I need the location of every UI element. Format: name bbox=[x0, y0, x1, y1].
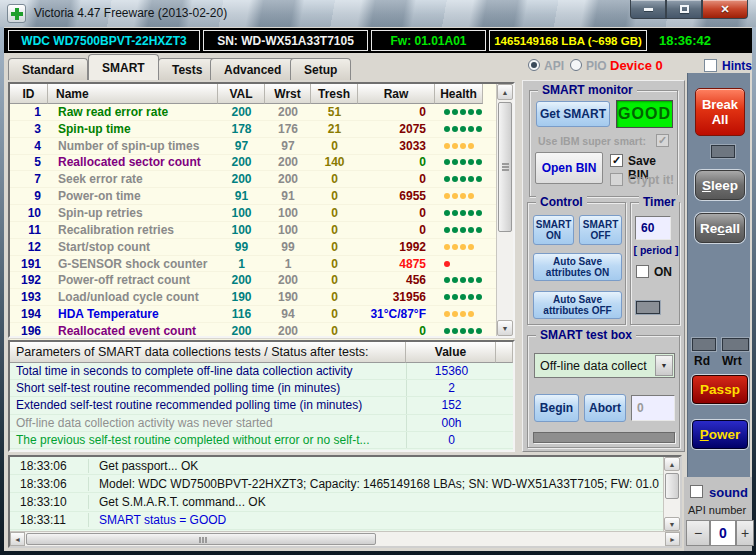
header-name[interactable]: Name bbox=[48, 84, 218, 104]
params-row[interactable]: Short self-test routine recommended poll… bbox=[10, 380, 513, 397]
log-entry[interactable]: 18:33:11SMART status = GOOD bbox=[10, 512, 680, 530]
health-dot-icon bbox=[444, 328, 450, 334]
header-raw[interactable]: Raw bbox=[358, 84, 435, 104]
autosave-off-button[interactable]: Auto Save attributes OFF bbox=[533, 291, 622, 319]
param-label: Extended self-test routine recommended p… bbox=[10, 397, 406, 413]
smart-test-box-title: SMART test box bbox=[536, 328, 636, 342]
power-rest: ower bbox=[709, 427, 741, 442]
log-scroll-down-icon[interactable]: ▼ bbox=[664, 517, 680, 531]
maximize-button[interactable] bbox=[666, 0, 702, 19]
smart-attribute-row[interactable]: 194HDA Temperature11694031°C/87°F bbox=[10, 306, 513, 323]
get-smart-button[interactable]: Get SMART bbox=[536, 101, 610, 127]
recall-button[interactable]: Recall bbox=[695, 213, 745, 243]
break-all-button[interactable]: Break All bbox=[695, 88, 745, 136]
log-hscroll-thumb[interactable] bbox=[26, 533, 376, 545]
header-wrst[interactable]: Wrst bbox=[265, 84, 311, 104]
close-button[interactable]: ✕ bbox=[702, 0, 748, 19]
minimize-icon bbox=[644, 8, 653, 11]
smart-attribute-row[interactable]: 9Power-on time919106955 bbox=[10, 188, 513, 205]
params-header-spacer bbox=[496, 342, 513, 363]
attr-health-dots bbox=[435, 138, 500, 154]
open-bin-button[interactable]: Open BIN bbox=[535, 152, 603, 184]
tab-advanced[interactable]: Advanced bbox=[210, 58, 295, 80]
api-number-increment-button[interactable]: + bbox=[736, 520, 754, 546]
client-area: WDC WD7500BPVT-22HXZT3 SN: WD-WX51A33T71… bbox=[4, 27, 752, 551]
title-bar[interactable]: Victoria 4.47 Freeware (2013-02-20) ✕ bbox=[0, 0, 756, 27]
attr-raw: 0 bbox=[358, 205, 435, 221]
smart-attribute-row[interactable]: 4Number of spin-up times979703033 bbox=[10, 138, 513, 155]
control-group: Control SMART ON SMART OFF Auto Save att… bbox=[527, 202, 626, 325]
log-entry[interactable]: 18:33:06Model: WDC WD7500BPVT-22HXZT3; C… bbox=[10, 475, 680, 493]
smart-attribute-row[interactable]: 10Spin-up retries10010000 bbox=[10, 205, 513, 222]
smart-attribute-row[interactable]: 192Power-off retract count2002000456 bbox=[10, 272, 513, 289]
timer-on-checkbox[interactable] bbox=[636, 265, 649, 278]
begin-test-button[interactable]: Begin bbox=[534, 394, 579, 422]
header-id[interactable]: ID bbox=[10, 84, 48, 104]
ibm-smart-checkbox[interactable]: ✓ bbox=[656, 134, 669, 147]
log-scroll-left-icon[interactable]: ◄ bbox=[10, 532, 25, 546]
smart-attribute-row[interactable]: 3Spin-up time178176212075 bbox=[10, 121, 513, 138]
attr-wrst: 99 bbox=[265, 239, 311, 255]
health-dot-icon bbox=[468, 159, 474, 165]
smart-attribute-row[interactable]: 11Recalibration retries10010000 bbox=[10, 222, 513, 239]
header-tresh[interactable]: Tresh bbox=[311, 84, 358, 104]
tab-smart[interactable]: SMART bbox=[88, 54, 159, 80]
sleep-button[interactable]: Sleep bbox=[695, 170, 745, 200]
test-counter-field[interactable]: 0 bbox=[631, 395, 675, 421]
smart-attribute-row[interactable]: 193Load/unload cycle count190190031956 bbox=[10, 289, 513, 306]
tab-tests[interactable]: Tests bbox=[158, 58, 216, 80]
attr-wrst: 91 bbox=[265, 188, 311, 204]
smart-attribute-row[interactable]: 5Reallocated sector count2002001400 bbox=[10, 155, 513, 172]
params-row[interactable]: Total time in seconds to complete off-li… bbox=[10, 363, 513, 380]
log-scroll-up-icon[interactable]: ▲ bbox=[664, 457, 680, 471]
scroll-up-icon[interactable]: ▲ bbox=[497, 84, 513, 100]
passp-button[interactable]: Passp bbox=[692, 375, 748, 404]
attr-health-dots bbox=[435, 323, 500, 339]
smart-attribute-row[interactable]: 1Raw read error rate200200510 bbox=[10, 104, 513, 121]
minimize-button[interactable] bbox=[630, 0, 666, 19]
param-value: 2 bbox=[406, 380, 496, 396]
params-row[interactable]: The previous self-test routine completed… bbox=[10, 432, 513, 449]
smart-attribute-row[interactable]: 196Reallocated event count20020000 bbox=[10, 323, 513, 340]
smart-attribute-row[interactable]: 7Seek error rate20020000 bbox=[10, 171, 513, 188]
api-number-decrement-button[interactable]: − bbox=[686, 520, 710, 546]
param-label: Total time in seconds to complete off-li… bbox=[10, 363, 406, 379]
params-header-label: Parameters of SMART data collections tes… bbox=[10, 342, 406, 363]
timer-period-input[interactable]: 60 bbox=[635, 216, 671, 240]
tab-setup[interactable]: Setup bbox=[290, 58, 351, 80]
autosave-on-button[interactable]: Auto Save attributes ON bbox=[533, 253, 622, 281]
health-dot-icon bbox=[452, 159, 458, 165]
hints-checkbox[interactable] bbox=[704, 59, 717, 72]
smart-on-button[interactable]: SMART ON bbox=[533, 215, 574, 245]
params-row[interactable]: Extended self-test routine recommended p… bbox=[10, 397, 513, 414]
log-entry[interactable]: 18:33:06Get passport... OK bbox=[10, 457, 680, 475]
params-row[interactable]: Off-line data collection activity was ne… bbox=[10, 415, 513, 432]
chevron-down-icon[interactable]: ▼ bbox=[655, 355, 673, 376]
power-button[interactable]: Power bbox=[692, 420, 748, 449]
scroll-down-icon[interactable]: ▼ bbox=[497, 320, 513, 336]
health-dot-icon bbox=[452, 109, 458, 115]
tab-standard[interactable]: Standard bbox=[8, 58, 88, 80]
header-val[interactable]: VAL bbox=[218, 84, 265, 104]
sound-checkbox[interactable] bbox=[690, 485, 703, 498]
health-dot-icon bbox=[444, 261, 450, 267]
smart-table-scrollbar[interactable]: ▲ ▼ bbox=[496, 84, 513, 336]
log-scroll-thumb[interactable] bbox=[665, 473, 679, 499]
log-scroll-right-icon[interactable]: ► bbox=[665, 532, 680, 546]
log-vscrollbar[interactable]: ▲ ▼ bbox=[663, 457, 680, 531]
log-entry[interactable]: 18:33:10Get S.M.A.R.T. command... OK bbox=[10, 493, 680, 511]
test-type-dropdown[interactable]: Off-line data collect ▼ bbox=[534, 353, 675, 378]
health-dot-icon bbox=[452, 311, 458, 317]
log-hscrollbar[interactable]: ◄ ► bbox=[10, 531, 680, 546]
pio-radio[interactable] bbox=[570, 59, 582, 71]
smart-attribute-row[interactable]: 191G-SENSOR shock counter1104875 bbox=[10, 256, 513, 273]
save-bin-checkbox[interactable]: ✓ bbox=[610, 154, 623, 167]
api-radio[interactable] bbox=[528, 59, 540, 71]
smart-scroll-thumb[interactable] bbox=[498, 102, 512, 232]
crypt-checkbox[interactable] bbox=[610, 173, 623, 186]
header-health[interactable]: Health bbox=[435, 84, 483, 104]
attr-wrst: 100 bbox=[265, 222, 311, 238]
abort-test-button[interactable]: Abort bbox=[584, 394, 626, 422]
smart-off-button[interactable]: SMART OFF bbox=[579, 215, 622, 245]
smart-attribute-row[interactable]: 12Start/stop count999901992 bbox=[10, 239, 513, 256]
